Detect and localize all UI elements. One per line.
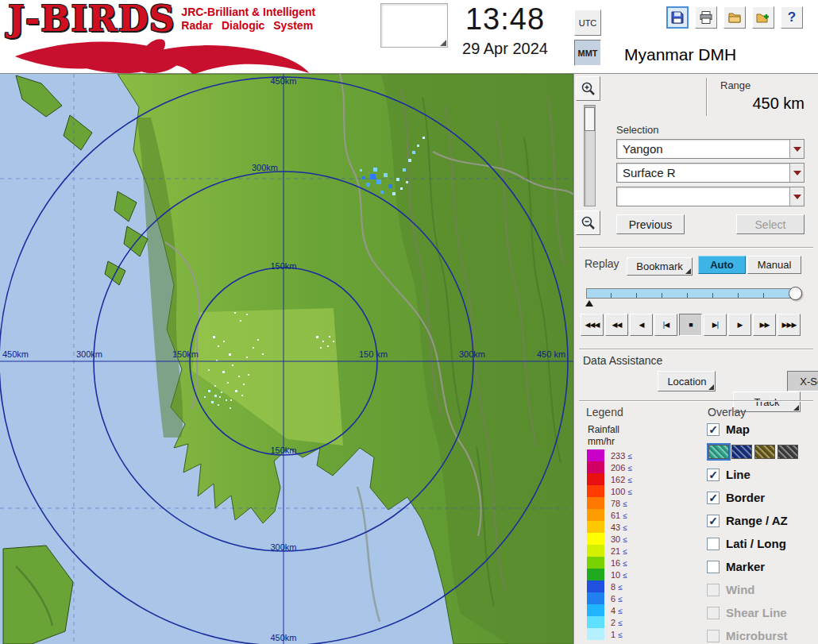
replay-label: Replay xyxy=(585,257,619,270)
svg-text:150km: 150km xyxy=(270,445,296,455)
legend-value: 4 ≤ xyxy=(611,606,623,615)
product-dropdown-button[interactable] xyxy=(789,164,804,182)
map-style-olive[interactable] xyxy=(754,445,775,459)
x-section-button[interactable]: X-Section xyxy=(787,371,818,391)
legend-color-swatch xyxy=(587,449,604,461)
map-style-dark-blue[interactable] xyxy=(731,445,752,459)
lte-icon: ≤ xyxy=(627,452,632,461)
legend-value: 78 ≤ xyxy=(611,499,627,508)
separator xyxy=(579,349,813,350)
legend-value: 2 ≤ xyxy=(611,618,623,627)
clock-date: 29 Apr 2024 xyxy=(438,40,572,58)
legend-scale: 233 ≤ 206 ≤ 162 ≤ 100 ≤ 78 ≤ 61 ≤ 43 ≤ 3… xyxy=(587,449,632,640)
rewind-full-button[interactable]: ◀◀◀ xyxy=(581,314,604,336)
legend-color-swatch xyxy=(587,509,604,521)
mmt-button[interactable]: MMT xyxy=(574,40,601,66)
location-button[interactable]: Location xyxy=(658,371,716,391)
manual-button[interactable]: Manual xyxy=(747,256,801,274)
legend-entry: 78 ≤ xyxy=(587,497,632,509)
help-icon: ? xyxy=(788,10,796,25)
legend-value: 206 ≤ xyxy=(611,463,632,472)
legend-entry: 16 ≤ xyxy=(587,557,632,569)
timeline-thumb[interactable] xyxy=(789,287,802,300)
svg-text:300km: 300km xyxy=(459,349,485,359)
lte-icon: ≤ xyxy=(618,619,623,627)
zoom-out-button[interactable] xyxy=(576,210,600,235)
option-dropdown-button[interactable] xyxy=(789,187,804,206)
lte-icon: ≤ xyxy=(618,583,623,592)
previous-button[interactable]: Previous xyxy=(616,214,685,234)
overlay-item-map: ✓ Map xyxy=(707,421,818,438)
lte-icon: ≤ xyxy=(627,464,632,472)
timeline-tick xyxy=(738,293,739,298)
legend-value: 100 ≤ xyxy=(611,487,632,496)
legend-value: 30 ≤ xyxy=(611,534,627,544)
utc-button[interactable]: UTC xyxy=(574,10,601,36)
export-button[interactable] xyxy=(752,6,774,29)
product-dropdown-value: Surface R xyxy=(617,164,789,182)
print-button[interactable] xyxy=(695,6,717,29)
rewind-fast-button[interactable]: ◀◀ xyxy=(605,314,628,336)
play-button[interactable]: ▶ xyxy=(728,314,751,336)
legend-color-swatch xyxy=(587,473,604,485)
option-dropdown[interactable] xyxy=(616,187,804,206)
border-checkbox[interactable]: ✓ xyxy=(707,492,720,504)
stop-button[interactable]: ■ xyxy=(679,314,702,336)
play-back-button[interactable]: ◀ xyxy=(630,314,653,336)
marker-checkbox[interactable] xyxy=(707,561,720,573)
help-button[interactable]: ? xyxy=(781,6,803,29)
forward-fast-button[interactable]: ▶▶ xyxy=(753,314,776,336)
radar-map[interactable]: 450km 300km 150km 450km 300km 150km 150 … xyxy=(0,74,573,644)
site-dropdown[interactable]: Yangon xyxy=(616,139,804,159)
zoom-slider-track[interactable] xyxy=(584,105,596,206)
chevron-down-icon xyxy=(793,147,801,152)
station-title: Myanmar DMH xyxy=(624,45,736,64)
lati-long-checkbox[interactable] xyxy=(707,538,720,550)
open-folder-icon xyxy=(727,10,742,25)
legend-color-swatch xyxy=(587,580,604,592)
lte-icon: ≤ xyxy=(623,559,627,568)
timeline-tick xyxy=(611,293,612,298)
legend-value: 1 ≤ xyxy=(611,630,623,639)
legend-entry: 10 ≤ xyxy=(587,569,632,580)
legend-color-swatch xyxy=(587,545,604,557)
timezone-toggle: UTC MMT xyxy=(574,10,601,70)
app-logo: J-BIRDSJRC-Brilliant & IntelligentRadar … xyxy=(8,2,341,73)
timeline-track[interactable] xyxy=(586,288,796,299)
overlay-item-shear-line: Shear Line xyxy=(707,604,818,621)
timeline-tick xyxy=(687,293,688,298)
map-style-swatches xyxy=(708,444,818,460)
select-button[interactable]: Select xyxy=(736,214,804,234)
zoom-slider-thumb[interactable] xyxy=(585,107,595,131)
option-dropdown-value xyxy=(617,187,789,206)
site-dropdown-value: Yangon xyxy=(617,140,789,158)
line-checkbox[interactable]: ✓ xyxy=(707,469,720,481)
step-forward-button[interactable]: ▶| xyxy=(704,314,727,336)
save-button[interactable] xyxy=(666,6,689,29)
zoom-in-button[interactable] xyxy=(576,76,600,101)
clock: 13:48 29 Apr 2024 xyxy=(438,0,572,58)
shear-line-checkbox xyxy=(707,607,720,619)
overlay-item-microburst: Microburst xyxy=(707,627,818,644)
site-dropdown-button[interactable] xyxy=(789,140,804,158)
legend-entry: 100 ≤ xyxy=(587,485,632,497)
lte-icon: ≤ xyxy=(618,595,623,604)
map-checkbox[interactable]: ✓ xyxy=(707,423,720,436)
auto-button[interactable]: Auto xyxy=(698,256,746,274)
lte-icon: ≤ xyxy=(623,499,627,508)
legend-unit-line2: mm/hr xyxy=(588,436,619,448)
bookmark-button[interactable]: Bookmark xyxy=(627,257,693,276)
legend-entry: 162 ≤ xyxy=(587,473,632,485)
svg-text:150km: 150km xyxy=(172,349,199,359)
legend-value: 6 ≤ xyxy=(611,594,623,604)
map-style-gray[interactable] xyxy=(777,445,798,459)
separator xyxy=(579,400,813,402)
map-style-terrain[interactable] xyxy=(708,445,729,459)
legend-entry: 4 ≤ xyxy=(587,604,632,616)
range-az-checkbox[interactable]: ✓ xyxy=(707,515,720,527)
open-button[interactable] xyxy=(723,6,746,29)
forward-full-button[interactable]: ▶▶▶ xyxy=(777,314,801,336)
step-back-button[interactable]: |◀ xyxy=(654,314,677,336)
zoom-controls xyxy=(576,76,603,235)
product-dropdown[interactable]: Surface R xyxy=(616,163,804,183)
